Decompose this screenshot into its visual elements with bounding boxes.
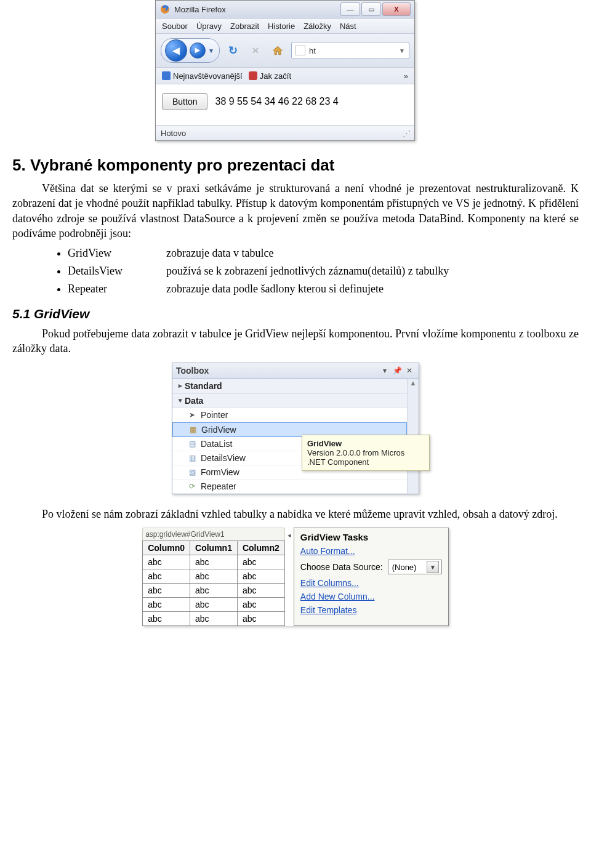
menu-historie[interactable]: Historie <box>268 22 295 31</box>
pin-icon[interactable]: 📌 <box>392 365 403 376</box>
cell: abc <box>143 569 190 584</box>
column-header[interactable]: Column0 <box>143 541 190 555</box>
nav-back-forward: ◄ ► ▼ <box>161 38 220 63</box>
item-label: Repeater <box>201 481 236 491</box>
tooltip-title: GridView <box>307 439 424 448</box>
address-bar[interactable]: ht ▼ <box>291 42 409 59</box>
collapse-icon: ▾ <box>176 396 185 404</box>
smart-tag-toggle[interactable]: ◂ <box>285 528 294 626</box>
back-button[interactable]: ◄ <box>165 39 187 62</box>
cell: abc <box>143 584 190 598</box>
toolbox-item-repeater[interactable]: ⟳ Repeater <box>172 480 407 494</box>
history-dropdown-icon[interactable]: ▼ <box>208 47 214 54</box>
stop-button[interactable]: × <box>247 42 264 59</box>
paragraph: Pokud potřebujeme data zobrazit v tabulc… <box>12 326 579 356</box>
firefox-window: Mozilla Firefox — ▭ X Soubor Úpravy Zobr… <box>155 0 415 141</box>
bookmark-get-started[interactable]: Jak začít <box>249 71 291 81</box>
grid-icon: ▦ <box>188 425 198 435</box>
home-button[interactable] <box>269 42 286 59</box>
datasource-select[interactable]: (None) ▼ <box>388 560 442 574</box>
gridview-tasks-panel: GridView Tasks Auto Format... Choose Dat… <box>294 528 449 626</box>
firefox-toolbar: ◄ ► ▼ ↻ × ht ▼ <box>156 34 414 68</box>
cell: abc <box>143 555 190 569</box>
tooltip-line: .NET Component <box>307 457 424 467</box>
bookmarks-toolbar: Nejnavštěvovanější Jak začít » <box>156 68 414 84</box>
cell: abc <box>190 598 238 612</box>
url-text: ht <box>309 46 316 55</box>
url-dropdown-icon[interactable]: ▼ <box>399 47 405 54</box>
menu-zobrazit[interactable]: Zobrazit <box>230 22 259 31</box>
auto-format-link[interactable]: Auto Format... <box>300 546 442 556</box>
item-label: FormView <box>201 467 239 477</box>
reload-button[interactable]: ↻ <box>225 42 242 59</box>
close-icon[interactable]: ✕ <box>404 365 415 376</box>
resize-grip-icon[interactable]: ⋰ <box>403 129 409 138</box>
cell: abc <box>237 555 284 569</box>
cell: abc <box>143 598 190 612</box>
toolbox-header: Toolbox ▾ 📌 ✕ <box>172 363 419 379</box>
menu-nastroje[interactable]: Nást <box>340 22 356 31</box>
cell: abc <box>237 612 284 626</box>
page-icon <box>296 46 305 55</box>
list-item: Repeater zobrazuje data podle šadlony kt… <box>68 283 579 295</box>
edit-templates-link[interactable]: Edit Templates <box>300 605 442 615</box>
group-data[interactable]: ▾ Data <box>172 393 407 408</box>
menu-zalozky[interactable]: Záložky <box>304 22 331 31</box>
form-icon: ▧ <box>187 467 197 477</box>
description: zobrazuje data v tabulce <box>166 247 579 260</box>
menu-upravy[interactable]: Úpravy <box>196 22 222 31</box>
firefox-menubar: Soubor Úpravy Zobrazit Historie Záložky … <box>156 18 414 34</box>
content-button[interactable]: Button <box>162 93 207 110</box>
add-column-link[interactable]: Add New Column... <box>300 592 442 601</box>
bookmark-folder-icon <box>162 71 171 80</box>
cell: abc <box>237 569 284 584</box>
firefox-icon <box>159 4 171 15</box>
bookmark-icon <box>249 71 257 80</box>
forward-button[interactable]: ► <box>190 42 206 58</box>
column-header[interactable]: Column2 <box>237 541 284 555</box>
status-bar: Hotovo ⋰ <box>156 125 414 140</box>
toolbox-item-pointer[interactable]: ➤ Pointer <box>172 408 407 422</box>
group-label: Data <box>185 396 203 406</box>
term: Repeater <box>68 283 166 295</box>
section-heading: 5. Vybrané komponenty pro prezentaci dat <box>12 156 579 175</box>
group-label: Standard <box>185 381 222 391</box>
cell: abc <box>237 598 284 612</box>
dropdown-icon[interactable]: ▼ <box>427 561 439 573</box>
cell: abc <box>190 612 238 626</box>
menu-soubor[interactable]: Soubor <box>162 22 188 31</box>
edit-columns-link[interactable]: Edit Columns... <box>300 578 442 588</box>
panel-title: GridView Tasks <box>300 532 442 542</box>
page-content: Button 38 9 55 54 34 46 22 68 23 4 <box>156 84 414 125</box>
table-row: abc abc abc <box>143 598 285 612</box>
table-row: abc abc abc <box>143 612 285 626</box>
vs-toolbox: Toolbox ▾ 📌 ✕ ▸ Standard ▾ Data ➤ <box>172 363 419 494</box>
term: GridView <box>68 247 166 260</box>
minimize-button[interactable]: — <box>340 2 360 16</box>
description: používá se k zobrazení jednotlivých zázn… <box>166 265 579 278</box>
table-row: abc abc abc <box>143 555 285 569</box>
item-label: Pointer <box>201 410 228 420</box>
status-text: Hotovo <box>161 129 186 138</box>
term: DetailsView <box>68 265 166 278</box>
item-label: DataList <box>201 439 232 449</box>
bookmarks-overflow-icon[interactable]: » <box>404 71 408 81</box>
content-output: 38 9 55 54 34 46 22 68 23 4 <box>215 96 338 107</box>
window-title: Mozilla Firefox <box>174 5 339 14</box>
cell: abc <box>143 612 190 626</box>
chevron-left-icon: ◂ <box>287 531 291 539</box>
group-standard[interactable]: ▸ Standard <box>172 379 407 393</box>
item-label: DetailsView <box>201 453 246 463</box>
choose-datasource-label: Choose Data Source: <box>300 562 383 572</box>
bookmark-most-visited[interactable]: Nejnavštěvovanější <box>162 71 243 81</box>
close-button[interactable]: X <box>382 2 411 16</box>
tooltip: GridView Version 2.0.0.0 from Micros .NE… <box>302 435 430 471</box>
scroll-up-icon[interactable]: ▲ <box>410 379 417 387</box>
list-icon: ▤ <box>187 439 197 449</box>
cell: abc <box>237 584 284 598</box>
column-header[interactable]: Column1 <box>190 541 238 555</box>
gridview-table[interactable]: Column0 Column1 Column2 abc abc abc abc … <box>142 540 285 626</box>
maximize-button[interactable]: ▭ <box>361 2 381 16</box>
firefox-titlebar: Mozilla Firefox — ▭ X <box>156 1 414 18</box>
dropdown-icon[interactable]: ▾ <box>379 365 390 376</box>
